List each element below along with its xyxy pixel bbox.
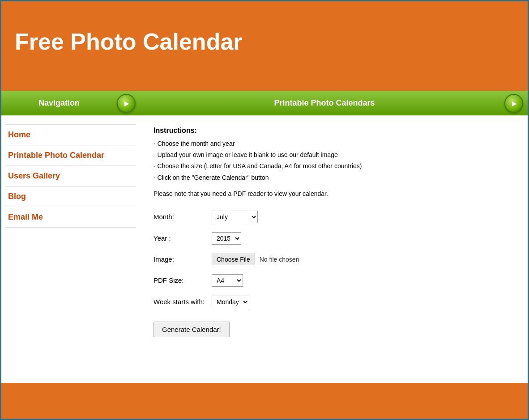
pdf-size-label: PDF Size: xyxy=(154,276,212,284)
main-content: Instructions: - Choose the month and yea… xyxy=(140,115,528,383)
sidebar-link-blog[interactable]: Blog xyxy=(6,187,136,207)
week-starts-label: Week starts with: xyxy=(154,298,212,305)
nav-bar: Navigation Printable Photo Calendars xyxy=(1,91,528,115)
header: Free Photo Calendar xyxy=(1,1,528,91)
choose-file-button[interactable]: Choose File xyxy=(212,254,255,265)
file-input-wrapper: Choose File No file chosen xyxy=(212,254,299,265)
instructions-body: - Choose the month and year- Upload your… xyxy=(154,138,514,183)
sidebar-link-email-me[interactable]: Email Me xyxy=(6,207,136,228)
week-starts-row: Week starts with: SundayMonday xyxy=(154,296,514,308)
sidebar: HomePrintable Photo CalendarUsers Galler… xyxy=(1,115,140,383)
sidebar-link-printable-photo-calendar[interactable]: Printable Photo Calendar xyxy=(6,145,136,166)
nav-right: Printable Photo Calendars xyxy=(140,91,528,115)
instructions-title: Instructions: xyxy=(154,127,514,135)
instruction-line: - Upload your own image or leave it blan… xyxy=(154,149,514,161)
nav-right-arrow[interactable] xyxy=(504,94,523,113)
image-row: Image: Choose File No file chosen xyxy=(154,254,514,265)
year-select[interactable]: 201320142015201620172018 xyxy=(212,232,241,245)
month-row: Month: JanuaryFebruaryMarchAprilMayJuneJ… xyxy=(154,211,514,223)
generate-calendar-button[interactable]: Generate Calendar! xyxy=(154,322,230,337)
year-label: Year : xyxy=(154,234,212,242)
nav-right-label: Printable Photo Calendars xyxy=(145,98,504,108)
year-row: Year : 201320142015201620172018 xyxy=(154,232,514,245)
month-select[interactable]: JanuaryFebruaryMarchAprilMayJuneJulyAugu… xyxy=(212,211,258,223)
sidebar-link-users-gallery[interactable]: Users Gallery xyxy=(6,166,136,187)
pdf-size-row: PDF Size: LetterA4 xyxy=(154,274,514,287)
footer xyxy=(1,383,528,419)
month-label: Month: xyxy=(154,213,212,221)
instruction-line: - Choose the month and year xyxy=(154,138,514,149)
instruction-line: - Click on the "Generate Calendar" butto… xyxy=(154,172,514,183)
note-text: Please note that you need a PDF reader t… xyxy=(154,190,514,197)
nav-left: Navigation xyxy=(1,91,140,115)
sidebar-link-home[interactable]: Home xyxy=(6,124,136,145)
content-area: HomePrintable Photo CalendarUsers Galler… xyxy=(1,115,528,383)
pdf-size-select[interactable]: LetterA4 xyxy=(212,274,243,287)
no-file-label: No file chosen xyxy=(260,256,299,263)
image-label: Image: xyxy=(154,255,212,263)
nav-left-label: Navigation xyxy=(1,98,117,108)
instruction-line: - Choose the size (Letter for USA and Ca… xyxy=(154,161,514,172)
nav-left-arrow[interactable] xyxy=(117,94,136,113)
site-title: Free Photo Calendar xyxy=(15,28,243,55)
week-starts-select[interactable]: SundayMonday xyxy=(212,296,249,308)
